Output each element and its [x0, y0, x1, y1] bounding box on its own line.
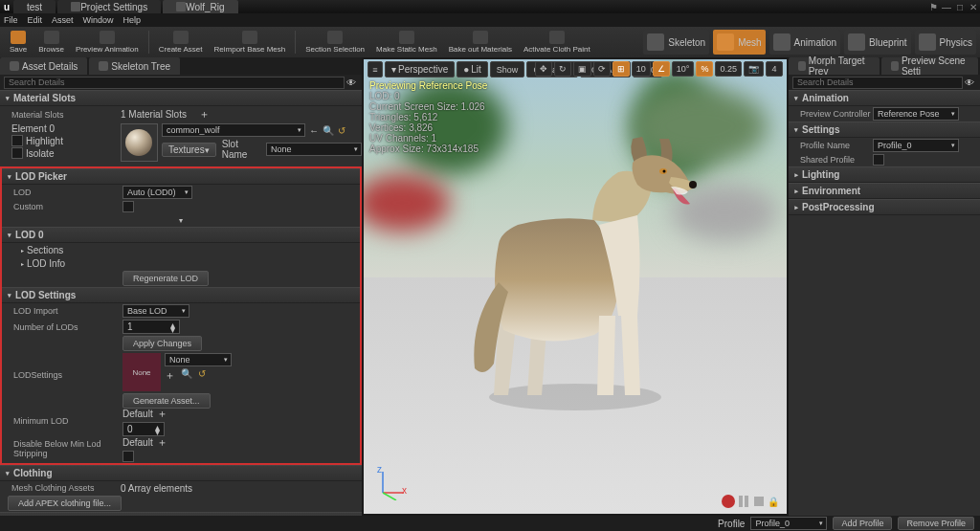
- viewport-options-button[interactable]: ≡: [368, 61, 383, 77]
- eye-icon-right[interactable]: 👁: [963, 76, 976, 89]
- num-lods-input[interactable]: 1▴▾: [122, 320, 180, 334]
- section-lod-picker[interactable]: ▾LOD Picker: [2, 168, 360, 185]
- tab-mesh[interactable]: Mesh: [713, 30, 765, 55]
- remove-profile-button[interactable]: Remove Profile: [898, 517, 974, 530]
- menu-asset[interactable]: Asset: [52, 15, 74, 25]
- search-preview-input[interactable]: [792, 77, 963, 89]
- lit-dropdown[interactable]: ●Lit: [457, 61, 488, 77]
- tab-skeleton[interactable]: Skeleton: [643, 30, 709, 55]
- menu-window[interactable]: Window: [83, 15, 114, 25]
- use-selected-icon[interactable]: ←: [309, 125, 319, 136]
- material-thumbnail[interactable]: [121, 123, 158, 162]
- transform-rotate-icon[interactable]: ↻: [554, 61, 571, 77]
- cycle-icon[interactable]: ⟳: [593, 61, 611, 77]
- search-details-input[interactable]: [4, 77, 345, 89]
- section-selection-button[interactable]: Section Selection: [300, 28, 370, 56]
- lock-icon[interactable]: 🔒: [768, 497, 779, 507]
- shared-profile-checkbox[interactable]: [873, 154, 884, 166]
- add-profile-button[interactable]: Add Profile: [833, 517, 892, 530]
- save-button[interactable]: Save: [4, 28, 33, 56]
- camera-speed-button[interactable]: 📷: [744, 61, 764, 77]
- record-button[interactable]: [722, 495, 735, 508]
- reset-lodsettings-icon[interactable]: ↺: [198, 368, 206, 383]
- min-lod-input[interactable]: 0▴▾: [122, 422, 165, 436]
- section-postprocessing[interactable]: ▾PostProcessing: [789, 199, 980, 215]
- section-animation[interactable]: ▾Animation: [789, 90, 980, 106]
- perspective-dropdown[interactable]: ▾Perspective: [385, 61, 455, 77]
- section-environment[interactable]: ▾Environment: [789, 183, 980, 199]
- scale-snap-value[interactable]: 0.25: [715, 61, 742, 77]
- stop-button[interactable]: [754, 497, 764, 506]
- textures-dropdown[interactable]: Textures▾: [162, 143, 216, 157]
- preview-animation-button[interactable]: Preview Animation: [70, 28, 145, 56]
- camera-speed-value[interactable]: 4: [766, 61, 783, 77]
- add-lodsettings-icon[interactable]: ＋: [165, 368, 175, 383]
- menu-edit[interactable]: Edit: [28, 15, 43, 25]
- profile-name-field[interactable]: Profile_0: [873, 139, 959, 152]
- find-lodsettings-icon[interactable]: 🔍: [181, 368, 192, 383]
- apply-changes-button[interactable]: Apply Changes: [122, 336, 202, 351]
- add-apex-button[interactable]: Add APEX clothing file...: [8, 496, 122, 511]
- reimport-button[interactable]: Reimport Base Mesh: [209, 28, 292, 56]
- create-asset-button[interactable]: Create Asset: [153, 28, 209, 56]
- section-lod-settings[interactable]: ▾LOD Settings: [2, 287, 360, 303]
- tab-preview-scene[interactable]: Preview Scene Setti: [881, 57, 978, 75]
- minimize-icon[interactable]: —: [940, 1, 953, 12]
- make-static-mesh-button[interactable]: Make Static Mesh: [370, 28, 443, 56]
- tab-physics[interactable]: Physics: [915, 30, 976, 55]
- show-dropdown[interactable]: Show: [490, 61, 525, 77]
- lod-info-label[interactable]: ▸LOD Info: [2, 258, 122, 269]
- tab-morph-target[interactable]: Morph Target Prev: [789, 57, 880, 75]
- top-tab-asset[interactable]: Wolf_Rig: [163, 0, 237, 13]
- tab-blueprint[interactable]: Blueprint: [844, 30, 910, 55]
- preview-controller-dropdown[interactable]: Reference Pose: [873, 107, 959, 121]
- material-dropdown[interactable]: common_wolf: [162, 123, 305, 137]
- eye-icon[interactable]: 👁: [345, 76, 358, 89]
- activate-cloth-button[interactable]: Activate Cloth Paint: [518, 28, 596, 56]
- section-lod-0[interactable]: ▾LOD 0: [2, 227, 360, 243]
- section-clothing[interactable]: ▾Clothing: [0, 465, 362, 481]
- bake-materials-button[interactable]: Bake out Materials: [443, 28, 518, 56]
- pause-button[interactable]: [739, 496, 750, 507]
- highlight-checkbox[interactable]: [11, 135, 23, 146]
- browse-button[interactable]: Browse: [33, 28, 70, 56]
- lod-import-dropdown[interactable]: Base LOD: [122, 304, 189, 318]
- notification-icon[interactable]: ⚑: [926, 1, 940, 12]
- find-in-browser-icon[interactable]: 🔍: [323, 125, 334, 136]
- add-disable-strip-icon[interactable]: ＋: [157, 435, 167, 450]
- add-material-slot-button[interactable]: ＋: [199, 107, 210, 122]
- menu-help[interactable]: Help: [123, 15, 142, 25]
- transform-scale-icon[interactable]: ▣: [573, 61, 591, 77]
- maximize-icon[interactable]: □: [953, 1, 967, 12]
- grid-snap-value[interactable]: 10: [632, 61, 651, 77]
- transform-move-icon[interactable]: ✥: [535, 61, 552, 77]
- profile-dropdown[interactable]: Profile_0: [750, 517, 827, 530]
- section-material-slots[interactable]: ▾Material Slots: [0, 90, 362, 106]
- custom-checkbox[interactable]: [122, 201, 134, 212]
- scale-snap-button[interactable]: %: [696, 61, 713, 77]
- expand-icon[interactable]: ▾: [179, 216, 183, 225]
- tab-animation[interactable]: Animation: [769, 30, 840, 55]
- sections-label[interactable]: ▸Sections: [2, 245, 122, 255]
- menu-file[interactable]: File: [4, 15, 18, 25]
- top-tab-test[interactable]: test: [13, 0, 56, 13]
- angle-snap-button[interactable]: ∠: [653, 61, 670, 77]
- lodsettings-thumbnail[interactable]: None: [122, 353, 161, 391]
- lodsettings-dropdown[interactable]: None: [165, 353, 232, 366]
- top-tab-project-settings[interactable]: Project Settings: [57, 0, 161, 13]
- reset-icon[interactable]: ↺: [338, 125, 345, 136]
- section-lighting[interactable]: ▾Lighting: [789, 166, 980, 183]
- regenerate-lod-button[interactable]: Regenerate LOD: [122, 271, 209, 286]
- section-mesh[interactable]: ▾Mesh: [0, 512, 362, 516]
- grid-snap-button[interactable]: ⊞: [612, 61, 630, 77]
- tab-asset-details[interactable]: Asset Details: [0, 57, 87, 75]
- slot-name-field[interactable]: None: [266, 143, 362, 156]
- close-icon[interactable]: ✕: [967, 1, 980, 12]
- disable-strip-checkbox[interactable]: [122, 451, 134, 462]
- angle-snap-value[interactable]: 10°: [672, 61, 695, 77]
- section-settings[interactable]: ▾Settings: [789, 122, 980, 138]
- add-min-lod-icon[interactable]: ＋: [157, 407, 167, 421]
- lod-dropdown[interactable]: Auto (LOD0): [122, 186, 192, 199]
- isolate-checkbox[interactable]: [11, 147, 23, 159]
- tab-skeleton-tree[interactable]: Skeleton Tree: [89, 57, 180, 75]
